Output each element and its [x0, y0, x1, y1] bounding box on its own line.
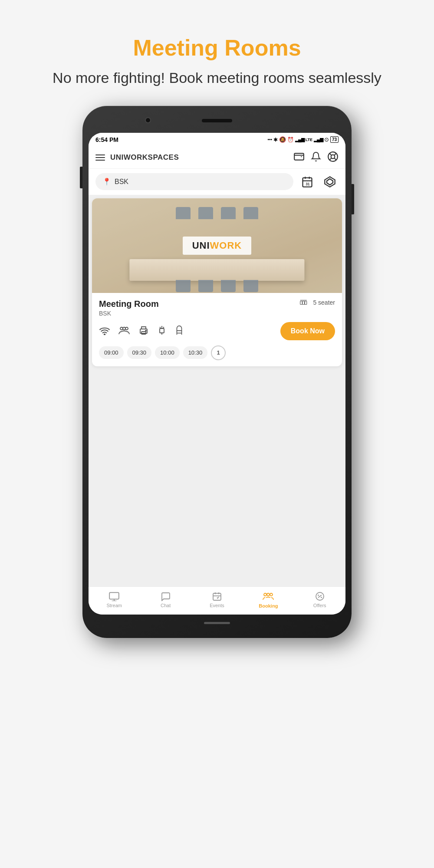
stream-icon — [108, 592, 120, 601]
alarm-icon: ⏰ — [287, 137, 294, 143]
svg-rect-0 — [294, 153, 304, 160]
svg-rect-16 — [305, 301, 307, 305]
svg-point-42 — [270, 593, 273, 596]
power-button — [352, 184, 354, 214]
chat-label: Chat — [161, 603, 171, 608]
svg-point-24 — [145, 330, 146, 331]
status-time: 6:54 PM — [95, 136, 118, 143]
events-label: Events — [210, 603, 224, 608]
phone-wrapper: 6:54 PM ••• ✱ 🔕 ⏰ ▂▄▆ LTE ▂▄▆ ⊙ 73 — [0, 106, 434, 655]
content-area: UNIWORK Meeting Room — [89, 195, 345, 586]
chairs-bottom — [176, 280, 258, 292]
svg-line-3 — [329, 153, 332, 155]
svg-line-5 — [334, 153, 336, 155]
booking-icon — [262, 591, 274, 602]
svg-marker-13 — [327, 179, 333, 185]
amenities-row: Book Now — [99, 322, 335, 340]
seater-icon — [300, 299, 310, 306]
room-seater-info: 5 seater — [300, 299, 335, 306]
signal2-icon: ▂▄▆ — [314, 137, 323, 142]
chairs-top — [176, 207, 258, 219]
page-header: Meeting Rooms No more fighting! Book mee… — [0, 0, 434, 106]
signal-icon: ▂▄▆ — [295, 137, 304, 142]
nav-item-chat[interactable]: Chat — [151, 592, 181, 608]
wallet-icon[interactable] — [293, 151, 305, 164]
mute-icon: 🔕 — [279, 136, 286, 143]
time-slot-2[interactable]: 10:00 — [155, 346, 180, 359]
app-bar-right — [293, 151, 339, 164]
brand-logo-text: UNIWORK — [192, 240, 242, 251]
location-search-field[interactable]: 📍 BSK — [95, 173, 293, 190]
time-slot-more[interactable]: 1 — [211, 345, 226, 360]
status-bar: 6:54 PM ••• ✱ 🔕 ⏰ ▂▄▆ LTE ▂▄▆ ⊙ 73 — [89, 133, 345, 147]
location-text: BSK — [115, 178, 128, 186]
chair-amenity-icon — [174, 325, 184, 337]
printer-amenity-icon — [138, 326, 149, 337]
app-title: UNIWORKSPACES — [110, 153, 179, 162]
search-row: 📍 BSK 31 — [89, 169, 345, 195]
phone-screen: 6:54 PM ••• ✱ 🔕 ⏰ ▂▄▆ LTE ▂▄▆ ⊙ 73 — [89, 133, 345, 615]
phone-device: 6:54 PM ••• ✱ 🔕 ⏰ ▂▄▆ LTE ▂▄▆ ⊙ 73 — [82, 106, 352, 638]
page-title: Meeting Rooms — [26, 35, 408, 61]
app-bar: UNIWORKSPACES — [89, 147, 345, 169]
svg-point-45 — [318, 595, 319, 596]
bluetooth-icon: ✱ — [273, 137, 278, 143]
time-slot-3[interactable]: 10:30 — [183, 346, 208, 359]
nav-item-offers[interactable]: Offers — [305, 592, 335, 608]
app-bar-left: UNIWORKSPACES — [95, 153, 179, 162]
book-now-button[interactable]: Book Now — [280, 322, 335, 340]
svg-point-18 — [104, 334, 105, 335]
room-info: Meeting Room 5 seater — [92, 293, 342, 366]
svg-point-21 — [123, 327, 125, 330]
phone-speaker — [202, 119, 232, 122]
seater-text: 5 seater — [313, 299, 335, 306]
filter-icon[interactable] — [321, 173, 339, 191]
room-name: Meeting Room — [99, 299, 159, 309]
status-icons: ••• ✱ 🔕 ⏰ ▂▄▆ LTE ▂▄▆ ⊙ 73 — [267, 136, 339, 143]
time-slot-0[interactable]: 09:00 — [99, 346, 124, 359]
phone-camera — [145, 117, 151, 123]
nav-item-events[interactable]: Events — [202, 592, 232, 608]
location-pin-icon: 📍 — [102, 178, 111, 186]
offers-label: Offers — [313, 603, 326, 608]
svg-text:31: 31 — [306, 182, 310, 186]
group-amenity-icon — [118, 326, 130, 337]
chat-icon — [160, 592, 171, 601]
room-image: UNIWORK — [92, 198, 342, 293]
wifi-icon: ⊙ — [324, 136, 329, 143]
nav-item-booking[interactable]: Booking — [253, 591, 283, 608]
help-icon[interactable] — [327, 151, 339, 164]
phone-top — [89, 112, 345, 133]
volume-button — [80, 167, 82, 188]
menu-icon[interactable] — [95, 155, 105, 161]
room-title-row: Meeting Room 5 seater — [99, 299, 335, 309]
events-icon — [211, 592, 223, 601]
booking-label: Booking — [259, 603, 278, 608]
home-indicator — [204, 622, 230, 624]
meeting-table — [129, 259, 304, 281]
notification-icon[interactable] — [311, 151, 321, 164]
svg-rect-28 — [160, 329, 164, 333]
calendar-icon[interactable]: 31 — [299, 173, 316, 191]
offers-icon — [314, 592, 326, 601]
svg-rect-33 — [109, 592, 119, 599]
svg-rect-14 — [300, 301, 302, 305]
time-slot-1[interactable]: 09:30 — [127, 346, 152, 359]
room-card: UNIWORK Meeting Room — [92, 198, 342, 366]
dots-icon: ••• — [267, 137, 272, 142]
lte-icon: LTE — [306, 138, 312, 142]
svg-point-41 — [267, 593, 270, 596]
battery-icon: 73 — [330, 136, 339, 143]
stream-label: Stream — [106, 603, 122, 608]
brand-logo-overlay: UNIWORK — [183, 237, 252, 255]
svg-point-46 — [321, 597, 322, 598]
nav-item-stream[interactable]: Stream — [99, 592, 129, 608]
page-subtitle: No more fighting! Book meeting rooms sea… — [26, 68, 408, 89]
time-slots-row: 09:00 09:30 10:00 10:30 — [99, 345, 335, 360]
phone-bottom — [89, 615, 345, 632]
svg-line-4 — [334, 158, 336, 160]
svg-rect-23 — [141, 332, 146, 334]
svg-point-2 — [331, 155, 335, 158]
bottom-nav: Stream Chat — [89, 586, 345, 615]
room-location: BSK — [99, 310, 335, 317]
